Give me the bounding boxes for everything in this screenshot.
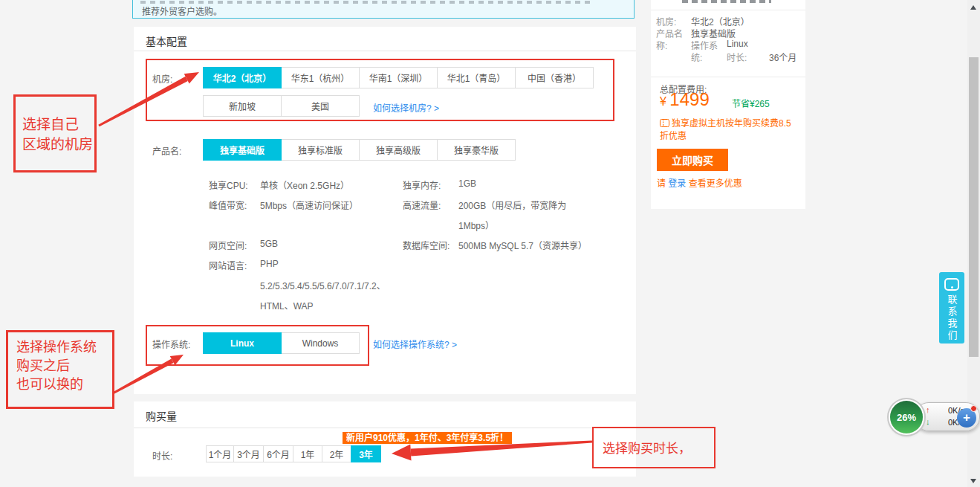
order-summary-card: 机房: 华北2（北京） 产品名 独享基础版 称: 操作系 Linux 统: 时长… bbox=[651, 0, 805, 209]
notice-text: 推荐外贸客户选购。 bbox=[142, 4, 222, 17]
spec-cpu-value: 单核（Xeon 2.5GHz） bbox=[260, 178, 349, 191]
price-amount: 1499 bbox=[669, 89, 709, 109]
spec-db-label: 数据库空间: bbox=[403, 239, 450, 251]
login-hint-suffix: 查看更多优惠 bbox=[689, 178, 742, 189]
spec-db-value: 500MB MySQL 5.7（资源共享） bbox=[458, 239, 587, 251]
clipped-text-fragment bbox=[682, 0, 771, 3]
duration-option-1m[interactable]: 1个月 bbox=[206, 445, 234, 462]
purchase-title: 购买量 bbox=[146, 408, 177, 423]
renewal-promo-text: 独享虚拟主机按年购买续费8.5折优惠 bbox=[660, 118, 791, 141]
coupon-icon bbox=[660, 119, 669, 127]
summary-duration-label: 时长: bbox=[727, 51, 747, 63]
product-label: 产品名: bbox=[152, 144, 181, 157]
divider bbox=[651, 77, 805, 77]
duration-option-6m[interactable]: 6个月 bbox=[263, 445, 293, 462]
spec-cpu-label: 独享CPU: bbox=[209, 178, 248, 191]
login-hint-prefix: 请 bbox=[657, 178, 666, 189]
spec-bw-value: 5Mbps（高速访问保证） bbox=[260, 199, 358, 211]
spec-web-label: 网页空间: bbox=[209, 239, 247, 251]
summary-os-label-wrap: 统: bbox=[691, 51, 702, 63]
spec-traffic-value-2: 1Mbps） bbox=[458, 219, 494, 231]
summary-duration-value: 36个月 bbox=[769, 51, 796, 63]
notice-banner: 推荐外贸客户选购。 bbox=[132, 0, 635, 19]
upload-arrow-icon: ↑ bbox=[926, 405, 930, 414]
annotation-box-duration: 选择购买时长， bbox=[592, 427, 715, 468]
basic-config-title: 基本配置 bbox=[146, 33, 187, 48]
annotation-line: 选择自己 bbox=[22, 115, 93, 135]
divider bbox=[134, 428, 636, 428]
annotation-rect-datacenter bbox=[146, 59, 614, 121]
product-option-basic[interactable]: 独享基础版 bbox=[203, 139, 282, 161]
annotation-text: 选择操作系统 购买之后 也可以换的 bbox=[16, 338, 97, 394]
annotation-box-datacenter: 选择自己 区域的机房 bbox=[13, 94, 97, 172]
annotation-text: 选择购买时长， bbox=[603, 439, 691, 459]
annotation-line: 购买之后 bbox=[16, 357, 97, 375]
summary-room-value: 华北2（北京） bbox=[691, 15, 750, 28]
spec-lang-value-3: HTML、WAP bbox=[260, 299, 314, 312]
login-link[interactable]: 登录 bbox=[668, 178, 686, 189]
summary-room-label: 机房: bbox=[656, 15, 676, 28]
product-option-deluxe[interactable]: 独享豪华版 bbox=[437, 139, 516, 161]
duration-promo-banner: 新用户910优惠，1年付、3年付享3.5折！ bbox=[343, 432, 512, 444]
renewal-promo: 独享虚拟主机按年购买续费8.5折优惠 bbox=[660, 117, 796, 143]
memory-usage-ball[interactable]: 26% bbox=[890, 401, 923, 433]
spec-traffic-value: 200GB（用尽后，带宽降为 bbox=[458, 199, 566, 211]
os-help-link[interactable]: 如何选择操作系统? > bbox=[373, 338, 457, 350]
annotation-line: 也可以换的 bbox=[16, 375, 97, 394]
contact-us-label: 联系我们 bbox=[945, 294, 959, 342]
spec-mem-label: 独享内存: bbox=[403, 178, 441, 191]
duration-option-3y[interactable]: 3年 bbox=[351, 445, 381, 462]
divider bbox=[651, 10, 805, 10]
contact-us-tab[interactable]: 联系我们 bbox=[939, 272, 964, 344]
scrollbar-thumb[interactable] bbox=[969, 57, 979, 357]
divider bbox=[134, 51, 636, 51]
savings-badge: 节省¥265 bbox=[732, 97, 770, 109]
spec-lang-label: 网站语言: bbox=[209, 259, 247, 271]
scrollbar-down-button[interactable] bbox=[970, 479, 976, 483]
summary-product-label-wrap: 称: bbox=[656, 39, 667, 51]
annotation-box-os: 选择操作系统 购买之后 也可以换的 bbox=[6, 330, 114, 409]
annotation-rect-os bbox=[146, 325, 369, 366]
spec-bw-label: 峰值带宽: bbox=[209, 199, 247, 211]
annotation-line: 区域的机房 bbox=[22, 135, 93, 155]
spec-lang-value: PHP bbox=[260, 259, 279, 269]
duration-label: 时长: bbox=[152, 449, 172, 462]
buy-now-button[interactable]: 立即购买 bbox=[657, 149, 728, 171]
purchase-panel: 购买量 新用户910优惠，1年付、3年付享3.5折！ 时长: 1个月 3个月 6… bbox=[134, 401, 636, 477]
notification-dot bbox=[970, 405, 977, 412]
duration-option-3m[interactable]: 3个月 bbox=[233, 445, 264, 462]
headset-icon bbox=[944, 278, 959, 291]
spec-traffic-label: 高速流量: bbox=[403, 199, 441, 211]
summary-os-value: Linux bbox=[727, 39, 748, 49]
summary-os-label: 操作系 bbox=[691, 39, 718, 51]
duration-option-2y[interactable]: 2年 bbox=[322, 445, 351, 462]
clipped-text-fragment bbox=[140, 1, 594, 4]
annotation-line: 选择操作系统 bbox=[16, 338, 97, 357]
login-hint: 请 登录 查看更多优惠 bbox=[657, 176, 742, 189]
spec-lang-value-2: 5.2/5.3/5.4/5.5/5.6/7.0/7.1/7.2、 bbox=[260, 279, 386, 291]
scrollbar-up-button[interactable] bbox=[970, 5, 976, 10]
download-arrow-icon: ↓ bbox=[926, 417, 930, 426]
spec-mem-value: 1GB bbox=[458, 178, 476, 189]
annotation-text: 选择自己 区域的机房 bbox=[22, 115, 93, 155]
duration-option-1y[interactable]: 1年 bbox=[293, 445, 322, 462]
spec-web-value: 5GB bbox=[260, 239, 278, 249]
total-price: ¥ 1499 bbox=[660, 89, 710, 110]
currency-symbol: ¥ bbox=[660, 95, 666, 108]
summary-product-label: 产品名 bbox=[656, 27, 683, 39]
product-option-advanced[interactable]: 独享高级版 bbox=[359, 139, 438, 161]
product-option-standard[interactable]: 独享标准版 bbox=[281, 139, 360, 161]
summary-product-value: 独享基础版 bbox=[691, 27, 736, 39]
buy-page: 推荐外贸客户选购。 基本配置 机房: 华北2（北京） 华东1（杭州） 华南1（深… bbox=[0, 0, 980, 487]
